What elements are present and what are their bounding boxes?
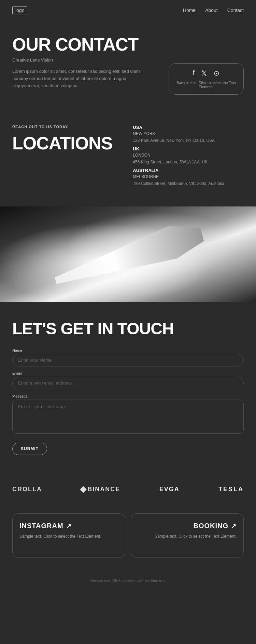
country-usa: USA	[133, 125, 244, 130]
navigation: logo Home About Contact	[0, 0, 256, 21]
name-label: Name	[12, 348, 244, 352]
logo: logo	[12, 6, 27, 14]
locations-left: REACH OUT TO US TODAY LOCATIONS	[12, 125, 112, 189]
location-australia: AUSTRALIA MELBOURNE 789 Collins Street, …	[133, 168, 244, 187]
nav-contact[interactable]: Contact	[227, 8, 244, 13]
name-group: Name	[12, 348, 244, 366]
country-australia: AUSTRALIA	[133, 168, 244, 173]
hero-title: OUR CONTACT	[12, 34, 244, 55]
locations-title: LOCATIONS	[12, 133, 112, 153]
brands-section: CROLLA BINANCE EVGA TESLA	[0, 472, 256, 507]
hero-section: OUR CONTACT Creative Lens Vision Lorem i…	[0, 21, 256, 108]
arrow-icon-booking: ↗	[231, 522, 237, 530]
booking-card[interactable]: BOOKING ↗ Sample text. Click to select t…	[131, 513, 244, 558]
binance-diamond-icon	[80, 486, 87, 493]
footer-text: Sample text. Click to select the Text El…	[12, 578, 244, 582]
submit-button[interactable]: SUBMIT	[12, 443, 47, 455]
address-uk: 456 King Street, London, SW1A 1AA, UK	[133, 159, 244, 165]
location-uk: UK LONDON 456 King Street, London, SW1A …	[133, 146, 244, 165]
nav-about[interactable]: About	[205, 8, 218, 13]
locations-right: USA NEW YORK 123 Park Avenue, New York, …	[133, 125, 244, 189]
email-group: Email	[12, 371, 244, 389]
footer: Sample text. Click to select the Text El…	[0, 572, 256, 593]
email-input[interactable]	[12, 377, 244, 389]
social-sample-text: Sample text. Click to select the Text El…	[176, 81, 237, 89]
locations-section: REACH OUT TO US TODAY LOCATIONS USA NEW …	[0, 108, 256, 206]
cards-section: INSTAGRAM ↗ Sample text. Click to select…	[0, 507, 256, 572]
nav-links: Home About Contact	[183, 8, 244, 13]
decorative-shape	[49, 218, 207, 291]
social-box: f 𝕏 ⊙ Sample text. Click to select the T…	[169, 63, 244, 95]
contact-section: LET'S GET IN TOUCH Name Email Message SU…	[0, 302, 256, 472]
image-inner	[0, 206, 256, 302]
arrow-icon: ↗	[66, 522, 72, 530]
instagram-icon[interactable]: ⊙	[214, 69, 219, 77]
message-group: Message	[12, 394, 244, 435]
brand-binance: BINANCE	[81, 486, 120, 493]
booking-card-title: BOOKING ↗	[138, 522, 237, 530]
instagram-card-text: Sample text. Click to select the Text El…	[19, 533, 118, 539]
instagram-card-title: INSTAGRAM ↗	[19, 522, 118, 530]
instagram-card[interactable]: INSTAGRAM ↗ Sample text. Click to select…	[12, 513, 125, 558]
brand-evga: EVGA	[159, 486, 180, 493]
twitter-icon[interactable]: 𝕏	[201, 69, 207, 77]
contact-title: LET'S GET IN TOUCH	[12, 319, 244, 338]
hero-description: Lorem ipsum dolor sit amet, consetetur s…	[12, 68, 142, 89]
city-newyork: NEW YORK	[133, 131, 244, 136]
email-label: Email	[12, 371, 244, 375]
reach-label: REACH OUT TO US TODAY	[12, 125, 112, 129]
address-australia: 789 Collins Street, Melbourne, VIC 3000,…	[133, 180, 244, 187]
nav-home[interactable]: Home	[183, 8, 196, 13]
message-input[interactable]	[12, 400, 244, 434]
brand-tesla: TESLA	[218, 486, 244, 493]
hero-image	[0, 206, 256, 302]
address-usa: 123 Park Avenue, New York, NY 10010, USA	[133, 137, 244, 144]
name-input[interactable]	[12, 354, 244, 366]
brand-crolla: CROLLA	[12, 486, 42, 493]
city-melbourne: MELBOURNE	[133, 174, 244, 179]
facebook-icon[interactable]: f	[193, 69, 195, 77]
country-uk: UK	[133, 146, 244, 151]
hero-subtitle: Creative Lens Vision	[12, 57, 244, 63]
message-label: Message	[12, 394, 244, 398]
location-usa: USA NEW YORK 123 Park Avenue, New York, …	[133, 125, 244, 144]
social-icons: f 𝕏 ⊙	[176, 69, 237, 77]
city-london: LONDON	[133, 153, 244, 158]
booking-card-text: Sample text. Click to select the Text El…	[138, 533, 237, 539]
